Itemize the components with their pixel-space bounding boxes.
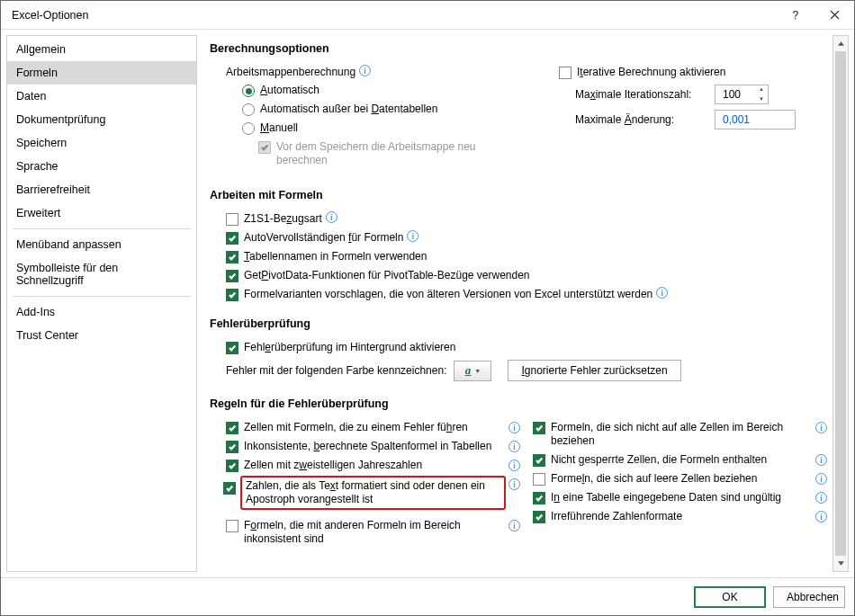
titlebar: Excel-Optionen ? bbox=[1, 1, 854, 30]
info-icon[interactable]: i bbox=[508, 520, 520, 531]
label-recalc-before-save: Vor dem Speichern die Arbeitsmappe neu b… bbox=[276, 140, 483, 167]
sidebar-item-schnellzugriff[interactable]: Symbolleiste für den Schnellzugriff bbox=[7, 256, 196, 292]
button-fehler-farbe[interactable]: a ▼ bbox=[454, 361, 491, 381]
content-panel: Berechnungsoptionen Arbeitsmappenberechn… bbox=[202, 35, 832, 572]
label-legacy-formeln: Formelvarianten vorschlagen, die von ält… bbox=[244, 288, 652, 300]
heading-berechnungsoptionen: Berechnungsoptionen bbox=[210, 42, 827, 55]
sidebar-divider bbox=[13, 228, 191, 229]
checkbox-getpivotdata[interactable] bbox=[226, 270, 238, 282]
dialog-body: Allgemein Formeln Daten Dokumentprüfung … bbox=[1, 30, 854, 577]
checkbox-autovervollstaendigen[interactable] bbox=[226, 232, 238, 245]
label-tabellennamen: Tabellennamen in Formeln verwenden bbox=[244, 250, 427, 263]
button-fehler-zuruecksetzen[interactable]: Ignorierte Fehler zurücksetzen bbox=[508, 360, 680, 381]
sidebar-item-barrierefreiheit[interactable]: Barrierefreiheit bbox=[7, 178, 196, 201]
info-icon[interactable]: i bbox=[815, 511, 827, 522]
info-icon[interactable]: i bbox=[815, 473, 827, 485]
label-getpivotdata: GetPivotData-Funktionen für PivotTable-B… bbox=[244, 269, 530, 281]
heading-fehlerueberpruefung: Fehlerüberprüfung bbox=[210, 317, 827, 330]
sidebar-item-speichern[interactable]: Speichern bbox=[7, 131, 196, 155]
label-max-aenderung: Maximale Änderung: bbox=[575, 113, 715, 126]
radio-auto-ausser-datentabellen[interactable] bbox=[242, 103, 255, 116]
section-arbeiten-mit-formeln: Arbeiten mit Formeln Z1S1-Bezugsart i Au… bbox=[210, 189, 827, 301]
scrollbar-down-button[interactable] bbox=[833, 556, 848, 571]
info-icon[interactable]: i bbox=[326, 211, 338, 223]
window-title: Excel-Optionen bbox=[12, 9, 775, 22]
checkbox-rule-fehler-formeln[interactable] bbox=[226, 422, 238, 434]
info-icon[interactable]: i bbox=[508, 478, 520, 490]
info-icon[interactable]: i bbox=[508, 460, 520, 471]
ok-button[interactable]: OK bbox=[694, 586, 766, 608]
label-arbeitsmappenberechnung: Arbeitsmappenberechnung bbox=[226, 66, 356, 78]
checkbox-rule-leere-zellen[interactable] bbox=[533, 473, 545, 486]
checkbox-rule-nicht-alle-zellen[interactable] bbox=[533, 422, 545, 434]
scrollbar-up-button[interactable] bbox=[833, 36, 848, 51]
label-rule-inkonsistente-formeln: Formeln, die mit anderen Formeln im Bere… bbox=[244, 519, 502, 546]
section-fehlerueberpruefung: Fehlerüberprüfung Fehlerüberprüfung im H… bbox=[210, 317, 827, 381]
info-icon[interactable]: i bbox=[508, 422, 520, 433]
spinner-up-icon[interactable]: ▲ bbox=[757, 86, 766, 93]
vertical-scrollbar[interactable] bbox=[832, 35, 849, 572]
checkbox-rule-jahreszahlen[interactable] bbox=[226, 460, 238, 472]
info-icon[interactable]: i bbox=[656, 287, 668, 299]
label-fehler-hintergrund: Fehlerüberprüfung im Hintergrund aktivie… bbox=[244, 341, 455, 353]
dropdown-icon: ▼ bbox=[474, 368, 481, 374]
info-icon[interactable]: i bbox=[815, 454, 827, 466]
radio-manuell[interactable] bbox=[242, 122, 255, 135]
checkbox-recalc-before-save bbox=[258, 141, 271, 154]
info-icon[interactable]: i bbox=[407, 230, 418, 242]
checkbox-z1s1[interactable] bbox=[226, 213, 238, 226]
checkbox-rule-inkonsistente-formeln[interactable] bbox=[226, 520, 238, 532]
checkbox-rule-nicht-gesperrt[interactable] bbox=[533, 454, 545, 467]
checkbox-rule-irrefuehrend[interactable] bbox=[533, 511, 545, 523]
scrollbar-thumb[interactable] bbox=[835, 51, 846, 556]
sidebar-item-menueband[interactable]: Menüband anpassen bbox=[7, 233, 196, 256]
sidebar-item-formeln[interactable]: Formeln bbox=[7, 61, 196, 85]
label-rule-irrefuehrend: Irreführende Zahlenformate bbox=[551, 510, 682, 523]
close-button[interactable] bbox=[814, 1, 854, 30]
sidebar-item-trust-center[interactable]: Trust Center bbox=[7, 324, 196, 347]
info-icon[interactable]: i bbox=[508, 441, 520, 452]
input-max-iterationszahl[interactable]: 100 ▲▼ bbox=[715, 85, 769, 104]
checkbox-rule-ungueltige-daten[interactable] bbox=[533, 492, 545, 504]
value-max-iteration: 100 bbox=[723, 88, 741, 101]
label-rule-fehler-formeln: Zellen mit Formeln, die zu einem Fehler … bbox=[244, 421, 468, 434]
scrollbar-track[interactable] bbox=[833, 51, 848, 556]
sidebar-item-dokumentpruefung[interactable]: Dokumentprüfung bbox=[7, 108, 196, 131]
label-rule-nicht-alle-zellen: Formeln, die sich nicht auf alle Zellen … bbox=[551, 421, 809, 448]
label-rule-nicht-gesperrt: Nicht gesperrte Zellen, die Formeln enth… bbox=[551, 453, 767, 467]
info-icon[interactable]: i bbox=[359, 65, 371, 76]
label-rule-inkonsistente-spalten: Inkonsistente, berechnete Spaltenformel … bbox=[244, 440, 491, 453]
info-icon[interactable]: i bbox=[815, 492, 827, 504]
sidebar-divider bbox=[13, 296, 191, 297]
label-rule-zahlen-als-text: Zahlen, die als Text formatiert sind ode… bbox=[246, 479, 485, 505]
label-iterative-berechnung: Iterative Berechnung aktivieren bbox=[577, 66, 725, 78]
cancel-button[interactable]: Abbrechen bbox=[773, 586, 845, 608]
sidebar-item-erweitert[interactable]: Erweitert bbox=[7, 201, 196, 225]
label-auto-ausser: Automatisch außer bei Datentabellen bbox=[260, 103, 437, 115]
label-fehler-farbe: Fehler mit der folgenden Farbe kennzeich… bbox=[226, 364, 446, 377]
info-icon[interactable]: i bbox=[815, 422, 827, 433]
label-automatisch: Automatisch bbox=[260, 84, 320, 96]
value-max-aenderung: 0,001 bbox=[723, 113, 750, 126]
sidebar: Allgemein Formeln Daten Dokumentprüfung … bbox=[6, 35, 197, 572]
sidebar-item-daten[interactable]: Daten bbox=[7, 85, 196, 108]
input-max-aenderung[interactable]: 0,001 bbox=[715, 110, 796, 129]
checkbox-tabellennamen[interactable] bbox=[226, 251, 238, 263]
sidebar-item-addins[interactable]: Add-Ins bbox=[7, 300, 196, 324]
heading-arbeiten-mit-formeln: Arbeiten mit Formeln bbox=[210, 189, 827, 201]
sidebar-item-sprache[interactable]: Sprache bbox=[7, 155, 196, 178]
svg-text:?: ? bbox=[792, 10, 798, 20]
spinner-down-icon[interactable]: ▼ bbox=[757, 96, 766, 103]
content-wrap: Berechnungsoptionen Arbeitsmappenberechn… bbox=[202, 35, 849, 572]
checkbox-legacy-formeln[interactable] bbox=[226, 289, 238, 301]
section-regeln-fehlerueberpruefung: Regeln für die Fehlerüberprüfung Zellen … bbox=[210, 397, 827, 551]
checkbox-rule-inkonsistente-spalten[interactable] bbox=[226, 441, 238, 453]
help-button[interactable]: ? bbox=[775, 1, 814, 30]
sidebar-item-allgemein[interactable]: Allgemein bbox=[7, 38, 196, 61]
heading-regeln: Regeln für die Fehlerüberprüfung bbox=[210, 397, 827, 410]
checkbox-fehler-hintergrund[interactable] bbox=[226, 342, 238, 354]
checkbox-rule-zahlen-als-text[interactable] bbox=[223, 482, 236, 495]
checkbox-iterative-berechnung[interactable] bbox=[559, 67, 572, 79]
radio-automatisch[interactable] bbox=[242, 85, 255, 97]
dialog-footer: OK Abbrechen bbox=[1, 577, 854, 615]
